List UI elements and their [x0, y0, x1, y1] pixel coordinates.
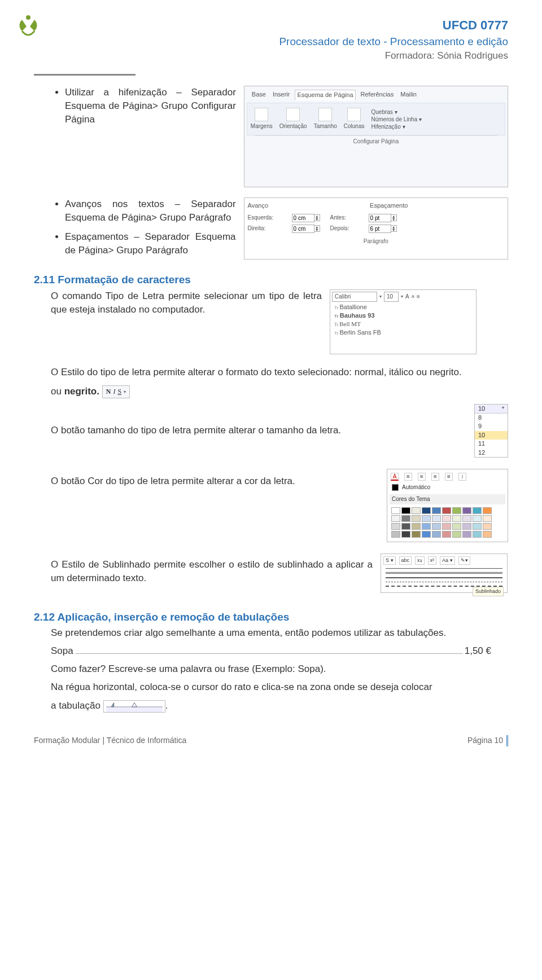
color-swatch[interactable]: [422, 531, 431, 538]
color-swatch[interactable]: [483, 531, 492, 538]
size-current[interactable]: 10: [478, 405, 485, 413]
ribbon-tab[interactable]: Referências: [359, 90, 396, 100]
chevron-down-icon[interactable]: ▾: [379, 293, 382, 300]
color-swatch[interactable]: [452, 531, 461, 538]
color-swatch[interactable]: [462, 531, 471, 538]
spinner-icon[interactable]: ▲▼: [314, 214, 320, 221]
strikethrough-icon[interactable]: abc: [399, 556, 412, 565]
color-swatch[interactable]: [422, 523, 431, 530]
size-option-selected[interactable]: 10: [475, 431, 508, 440]
bold-button[interactable]: N: [106, 387, 111, 397]
font-combo[interactable]: Calibri: [332, 292, 377, 302]
color-swatch[interactable]: [412, 531, 421, 538]
ribbon-tab[interactable]: Inserir: [271, 90, 292, 100]
color-swatch[interactable]: [473, 507, 482, 514]
color-swatch[interactable]: [483, 523, 492, 530]
font-option[interactable]: Bauhaus 93: [334, 311, 474, 320]
color-swatch[interactable]: [432, 515, 441, 522]
color-swatch[interactable]: [452, 515, 461, 522]
color-swatch[interactable]: [391, 523, 400, 530]
underline-style-double[interactable]: [386, 572, 502, 574]
underline-button[interactable]: S: [117, 387, 121, 397]
para-input-before[interactable]: [369, 214, 391, 222]
color-swatch[interactable]: [432, 523, 441, 530]
color-swatch[interactable]: [401, 531, 410, 538]
ribbon-btn-margins[interactable]: Margens: [251, 108, 273, 130]
font-option[interactable]: Berlin Sans FB: [334, 328, 474, 337]
size-option[interactable]: 12: [475, 449, 508, 457]
color-swatch[interactable]: [473, 523, 482, 530]
italic-button[interactable]: I: [113, 387, 115, 397]
font-color-button[interactable]: A: [391, 473, 399, 481]
underline-style-dotted[interactable]: [386, 582, 502, 582]
color-swatch[interactable]: [452, 523, 461, 530]
underline-style-single[interactable]: [386, 568, 502, 569]
ribbon-tab[interactable]: Base: [250, 90, 268, 100]
ribbon-tab-active[interactable]: Esquema de Página: [295, 90, 355, 100]
color-swatch[interactable]: [442, 531, 451, 538]
font-increase-icon[interactable]: A: [405, 293, 409, 301]
color-swatch[interactable]: [452, 507, 461, 514]
linespacing-icon[interactable]: ↕: [458, 473, 466, 481]
color-swatch[interactable]: [432, 507, 441, 514]
color-swatch[interactable]: [442, 515, 451, 522]
ribbon-btn-size[interactable]: Tamanho: [314, 108, 337, 130]
size-option[interactable]: 8: [475, 414, 508, 422]
align-left-icon[interactable]: ≡: [404, 473, 412, 481]
font-size-combo[interactable]: 10: [384, 292, 399, 302]
ribbon-item-hyphenation[interactable]: Hifenização ▾: [371, 123, 422, 130]
underline-dropdown[interactable]: S ▾: [383, 556, 396, 565]
heading-2-11: 2.11 Formatação de caracteres: [34, 273, 508, 288]
bullets-icon[interactable]: ≡: [417, 293, 420, 301]
font-option[interactable]: Bell MT: [334, 320, 474, 328]
para-input-right[interactable]: [292, 225, 314, 233]
change-case-icon[interactable]: Aa ▾: [440, 556, 455, 565]
chevron-down-icon[interactable]: ▾: [502, 405, 504, 413]
font-option[interactable]: Batallione: [334, 303, 474, 311]
color-swatch[interactable]: [483, 507, 492, 514]
subscript-icon[interactable]: x₂: [415, 556, 425, 565]
font-decrease-icon[interactable]: A: [412, 293, 414, 300]
ribbon-btn-orientation[interactable]: Orientação: [279, 108, 307, 130]
color-swatch[interactable]: [391, 507, 400, 514]
color-swatch[interactable]: [462, 515, 471, 522]
color-swatch[interactable]: [401, 507, 410, 514]
color-swatch[interactable]: [483, 515, 492, 522]
spinner-icon[interactable]: ▲▼: [391, 214, 397, 221]
superscript-icon[interactable]: x²: [428, 556, 437, 565]
color-swatch[interactable]: [442, 523, 451, 530]
chevron-down-icon[interactable]: ▾: [124, 389, 126, 395]
color-swatch[interactable]: [391, 515, 400, 522]
color-swatch[interactable]: [462, 523, 471, 530]
color-swatch[interactable]: [422, 515, 431, 522]
align-center-icon[interactable]: ≡: [418, 473, 426, 481]
ribbon-btn-columns[interactable]: Colunas: [344, 108, 365, 130]
ribbon-tab[interactable]: Mailin: [399, 90, 418, 100]
chevron-down-icon[interactable]: ▾: [401, 293, 403, 300]
color-swatch[interactable]: [462, 507, 471, 514]
color-swatch[interactable]: [473, 531, 482, 538]
align-justify-icon[interactable]: ≡: [445, 473, 453, 481]
color-swatch[interactable]: [412, 515, 421, 522]
color-swatch[interactable]: [432, 531, 441, 538]
color-swatch[interactable]: [401, 523, 410, 530]
color-swatch[interactable]: [412, 523, 421, 530]
color-swatch[interactable]: [412, 507, 421, 514]
color-swatch[interactable]: [422, 507, 431, 514]
para-input-after[interactable]: [369, 225, 391, 233]
spinner-icon[interactable]: ▲▼: [314, 225, 320, 232]
color-swatch[interactable]: [401, 515, 410, 522]
underline-style-thick[interactable]: [386, 577, 502, 578]
spinner-icon[interactable]: ▲▼: [391, 225, 397, 232]
size-option[interactable]: 9: [475, 422, 508, 430]
ribbon-item-breaks[interactable]: Quebras ▾: [371, 108, 422, 116]
size-option[interactable]: 11: [475, 440, 508, 448]
highlight-icon[interactable]: ✎▾: [458, 556, 470, 565]
color-swatch[interactable]: [473, 515, 482, 522]
align-right-icon[interactable]: ≡: [431, 473, 439, 481]
ribbon-item-linenumbers[interactable]: Números de Linha ▾: [371, 116, 422, 123]
color-swatch[interactable]: [391, 531, 400, 538]
color-auto-row[interactable]: Automático: [390, 482, 505, 493]
color-swatch[interactable]: [442, 507, 451, 514]
para-input-left[interactable]: [292, 214, 314, 222]
